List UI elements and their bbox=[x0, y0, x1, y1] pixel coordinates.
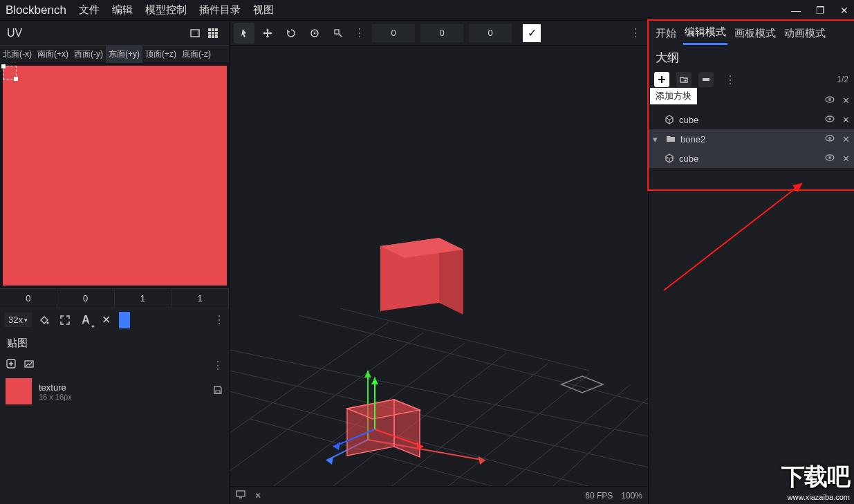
app-brand: Blockbench bbox=[6, 3, 66, 17]
svg-rect-4 bbox=[208, 32, 211, 35]
svg-point-10 bbox=[46, 321, 48, 324]
remove-icon[interactable]: ✕ bbox=[842, 115, 850, 125]
uv-y2[interactable]: 1 bbox=[171, 289, 229, 308]
texture-more-icon[interactable]: ⋮ bbox=[212, 359, 223, 372]
face-south[interactable]: 南面(+x) bbox=[35, 46, 71, 63]
face-top[interactable]: 顶面(+z) bbox=[142, 46, 179, 63]
uv-y1[interactable]: 0 bbox=[57, 289, 115, 308]
maximize-icon[interactable]: ❐ bbox=[816, 5, 825, 16]
uv-selection-box[interactable] bbox=[3, 66, 17, 80]
mode-paint[interactable]: 画板模式 bbox=[733, 23, 777, 44]
coord-z[interactable]: 0 bbox=[469, 24, 512, 42]
uv-canvas[interactable] bbox=[0, 63, 229, 288]
menu-file[interactable]: 文件 bbox=[79, 3, 100, 17]
svg-rect-1 bbox=[208, 28, 211, 31]
chevron-down-icon[interactable]: ▾ bbox=[653, 134, 661, 144]
mode-edit[interactable]: 编辑模式 bbox=[683, 21, 727, 45]
status-zoom: 100% bbox=[621, 491, 642, 501]
left-panel: UV 北面(-x) 南面(+x) 西面(-y) 东面(+y) 顶面(+z) 底面… bbox=[0, 21, 230, 504]
remove-icon[interactable]: ✕ bbox=[842, 95, 850, 106]
uv-face-tabs: 北面(-x) 南面(+x) 西面(-y) 东面(+y) 顶面(+z) 底面(-z… bbox=[0, 46, 229, 63]
visibility-icon[interactable] bbox=[824, 113, 835, 127]
coord-x[interactable]: 0 bbox=[372, 24, 415, 42]
face-east[interactable]: 东面(+y) bbox=[106, 46, 142, 63]
close-icon[interactable]: ✕ bbox=[840, 5, 848, 16]
visibility-icon[interactable] bbox=[824, 152, 835, 165]
texture-panel: 贴图 ⋮ texture 16 x 16px bbox=[0, 331, 229, 407]
tree-label: bone2 bbox=[680, 134, 817, 144]
face-bottom[interactable]: 底面(-z) bbox=[179, 46, 214, 63]
status-close-icon[interactable]: ✕ bbox=[254, 491, 261, 501]
add-group-icon[interactable] bbox=[676, 72, 691, 87]
mode-start[interactable]: 开始 bbox=[654, 23, 678, 44]
center-more-icon[interactable]: ⋮ bbox=[630, 26, 641, 39]
titlebar: Blockbench 文件 编辑 模型控制 插件目录 视图 — ❐ ✕ bbox=[0, 0, 854, 21]
tree-label: cube bbox=[679, 153, 817, 164]
menu-edit[interactable]: 编辑 bbox=[112, 3, 133, 17]
tree-row-cube[interactable]: cube ✕ bbox=[649, 110, 854, 129]
status-monitor-icon[interactable] bbox=[235, 489, 246, 502]
paint-bucket-icon[interactable] bbox=[36, 312, 53, 328]
toggle-options-icon[interactable] bbox=[698, 72, 714, 87]
window-controls: — ❐ ✕ bbox=[791, 5, 848, 16]
uv-zoom-level[interactable]: 32x▾ bbox=[4, 312, 32, 327]
outliner-more-icon[interactable]: ⋮ bbox=[725, 73, 736, 86]
color-swatch[interactable] bbox=[119, 312, 130, 328]
menu-model[interactable]: 模型控制 bbox=[145, 3, 187, 17]
checkbox-toggle[interactable]: ✓ bbox=[523, 24, 541, 42]
visibility-icon[interactable] bbox=[824, 94, 835, 107]
uv-more-icon[interactable]: ⋮ bbox=[214, 313, 225, 326]
texture-item[interactable]: texture 16 x 16px bbox=[0, 375, 229, 407]
svg-line-30 bbox=[340, 308, 589, 371]
face-north[interactable]: 北面(-x) bbox=[0, 46, 35, 63]
auto-uv-icon[interactable]: A✦ bbox=[77, 312, 94, 328]
folder-icon bbox=[665, 133, 676, 144]
coord-y[interactable]: 0 bbox=[420, 24, 463, 42]
uv-panel-header: UV bbox=[0, 21, 229, 46]
texture-toolbar: ⋮ bbox=[0, 355, 229, 375]
rotate-tool-icon[interactable] bbox=[281, 23, 301, 44]
center-toolbar: ⋮ 0 0 0 ✓ ⋮ bbox=[230, 21, 648, 46]
tree-row-cube2[interactable]: cube ✕ bbox=[649, 149, 854, 168]
save-texture-icon[interactable] bbox=[212, 384, 223, 398]
minimize-icon[interactable]: — bbox=[791, 5, 801, 16]
svg-line-26 bbox=[230, 350, 648, 436]
add-texture-icon[interactable] bbox=[6, 358, 17, 372]
svg-marker-35 bbox=[326, 456, 333, 465]
face-west[interactable]: 西面(-y) bbox=[71, 46, 106, 63]
uv-coords: 0 0 1 1 bbox=[0, 288, 229, 308]
uv-x1[interactable]: 0 bbox=[0, 289, 57, 308]
tools-more-icon[interactable]: ⋮ bbox=[354, 26, 365, 39]
texture-title: 贴图 bbox=[0, 331, 229, 355]
clear-icon[interactable]: ✕ bbox=[98, 312, 115, 328]
mode-animate[interactable]: 动画模式 bbox=[783, 23, 827, 44]
mode-tabs: 开始 编辑模式 画板模式 动画模式 bbox=[649, 21, 854, 46]
remove-icon[interactable]: ✕ bbox=[842, 134, 850, 144]
svg-marker-43 bbox=[371, 377, 378, 384]
move-tool-icon[interactable] bbox=[234, 23, 254, 44]
translate-tool-icon[interactable] bbox=[257, 23, 278, 44]
remove-icon[interactable]: ✕ bbox=[842, 153, 850, 164]
status-bar: ✕ 60 FPS 100% bbox=[230, 486, 648, 504]
visibility-icon[interactable] bbox=[824, 133, 835, 146]
add-cube-icon[interactable] bbox=[654, 72, 669, 87]
vertex-snap-icon[interactable] bbox=[328, 23, 349, 44]
svg-line-28 bbox=[250, 419, 648, 486]
uv-x2[interactable]: 1 bbox=[115, 289, 172, 308]
svg-line-23 bbox=[451, 384, 631, 486]
svg-rect-8 bbox=[212, 35, 214, 38]
svg-rect-2 bbox=[212, 28, 214, 31]
cube-icon bbox=[664, 153, 675, 164]
import-texture-icon[interactable] bbox=[24, 358, 35, 372]
uv-title: UV bbox=[7, 27, 186, 39]
fullscreen-icon[interactable] bbox=[57, 312, 73, 328]
uv-grid-icon[interactable] bbox=[204, 24, 222, 42]
tree-label: e bbox=[680, 95, 817, 106]
uv-expand-icon[interactable] bbox=[186, 24, 204, 42]
menu-view[interactable]: 视图 bbox=[253, 3, 274, 17]
menu-plugins[interactable]: 插件目录 bbox=[199, 3, 241, 17]
viewport-3d[interactable] bbox=[230, 46, 648, 486]
tree-row-bone2[interactable]: ▾ bone2 ✕ bbox=[649, 129, 854, 149]
pivot-tool-icon[interactable] bbox=[304, 23, 325, 44]
outliner-title: 大纲 bbox=[649, 46, 854, 68]
